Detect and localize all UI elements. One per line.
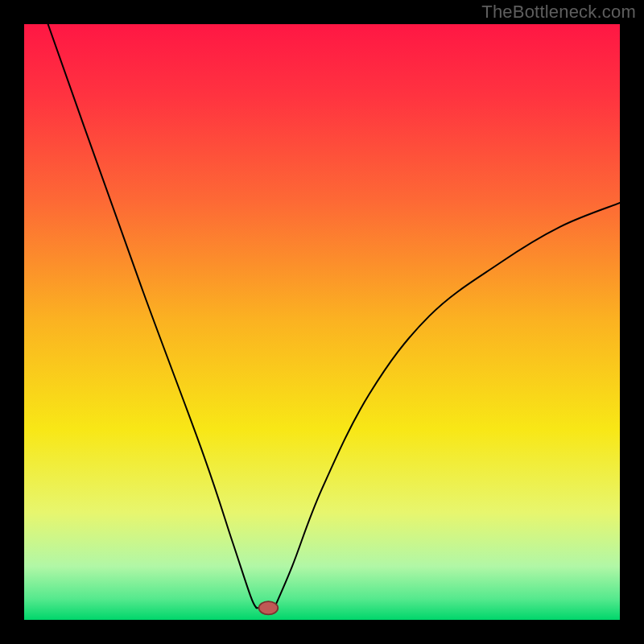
watermark-text: TheBottleneck.com: [481, 2, 636, 23]
minimum-marker: [259, 601, 279, 614]
gradient-backdrop: [24, 24, 620, 620]
chart-frame: TheBottleneck.com: [0, 0, 644, 644]
chart-svg: [24, 24, 620, 620]
plot-area: [24, 24, 620, 620]
